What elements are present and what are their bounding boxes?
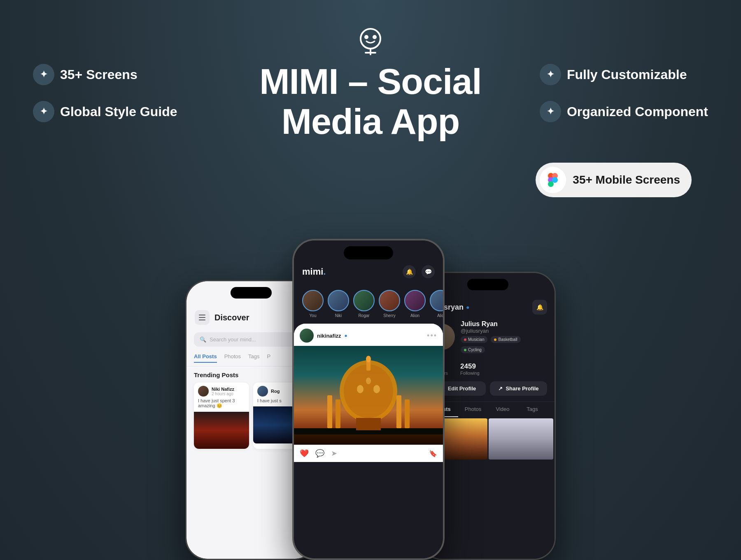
mobile-screens-label: 35+ Mobile Screens (573, 173, 680, 187)
feature-screens: ✦ 35+ Screens (33, 64, 177, 85)
dynamic-island-left (231, 287, 272, 299)
tag-musician: Musician (461, 336, 487, 343)
story-alic[interactable]: Alic (430, 290, 443, 318)
profile-handle: @juliusryan (461, 328, 547, 334)
story-name-you: You (310, 313, 317, 318)
profile-name-block: Julius Ryan @juliusryan Musician Basketb… (461, 320, 547, 353)
svg-rect-18 (356, 418, 381, 430)
hamburger-button[interactable] (195, 310, 210, 325)
feature-screens-label: 35+ Screens (60, 67, 137, 82)
story-avatar-alic (430, 290, 443, 311)
avatar (257, 386, 268, 397)
tab-all-posts[interactable]: All Posts (194, 353, 217, 363)
story-name-rogar: Rogar (358, 313, 369, 318)
share-icon[interactable]: ➤ (331, 449, 337, 458)
header-icons: 🔔 💬 (403, 265, 435, 278)
trending-posts-grid: Niki Nafizz 2 hours ago I have just spen… (194, 383, 308, 449)
post-author-row: Niki Nafizz 2 hours ago (194, 383, 249, 398)
story-niki[interactable]: Niki (328, 290, 349, 318)
story-avatar-alion (404, 290, 426, 311)
more-icon[interactable]: ••• (427, 331, 437, 340)
tag-dot-cycling (464, 349, 466, 351)
tab-tags[interactable]: Tags (248, 353, 259, 363)
feature-customizable-label: Fully Customizable (567, 67, 687, 82)
post-image (294, 346, 443, 445)
svg-rect-14 (327, 395, 332, 428)
hamburger-line (199, 317, 205, 318)
tab-more[interactable]: P (267, 353, 271, 363)
notification-button[interactable]: 🔔 (532, 300, 547, 315)
stat-following: 2459 Following (460, 362, 479, 376)
share-profile-button[interactable]: ↗ Share Profile (490, 381, 547, 396)
feature-customizable-icon: ✦ (540, 64, 561, 85)
avatar (198, 386, 209, 397)
feature-screens-icon: ✦ (33, 64, 54, 85)
tab-photos[interactable]: Photos (224, 353, 241, 363)
story-sherry[interactable]: Sherry (379, 290, 400, 318)
author-name: Niki Nafizz (212, 387, 234, 392)
svg-point-8 (548, 181, 554, 187)
feature-customizable: ✦ Fully Customizable (540, 64, 708, 85)
svg-point-19 (357, 385, 364, 393)
tab-tags-profile[interactable]: Tags (517, 402, 547, 417)
post-card: nikinafizz ● ••• (294, 324, 443, 462)
tab-photos[interactable]: Photos (458, 402, 488, 417)
story-name-alion: Alion (410, 313, 419, 318)
svg-rect-16 (396, 395, 401, 428)
svg-point-21 (366, 378, 371, 384)
story-avatar-niki (328, 290, 349, 311)
dynamic-island-center (344, 246, 393, 259)
story-avatar-rogar (353, 290, 375, 311)
search-bar[interactable]: 🔍 Search your mind... (194, 332, 308, 347)
message-icon[interactable]: 💬 (422, 265, 435, 278)
comment-icon[interactable]: 💬 (315, 449, 324, 458)
story-name-niki: Niki (335, 313, 342, 318)
phone-center: mimi. 🔔 💬 You Niki (292, 239, 445, 560)
mimi-logo-icon (354, 25, 387, 58)
story-name-alic: Alic (437, 313, 443, 318)
svg-point-13 (366, 356, 371, 362)
building-svg (315, 354, 422, 432)
feature-organized: ✦ Organized Component (540, 101, 708, 122)
feature-style-guide-icon: ✦ (33, 101, 54, 122)
hamburger-line (199, 315, 205, 315)
svg-point-1 (364, 35, 368, 39)
search-icon: 🔍 (200, 336, 206, 343)
svg-rect-15 (336, 399, 340, 428)
profile-tags: Musician Basketball Cycling (461, 336, 547, 353)
post-author-name: nikinafizz (317, 333, 341, 339)
post-avatar (300, 329, 314, 343)
list-item[interactable]: Niki Nafizz 2 hours ago I have just spen… (194, 383, 249, 449)
post-image (194, 412, 249, 449)
story-alion[interactable]: Alion (404, 290, 426, 318)
discover-title: Discover (214, 313, 249, 322)
svg-point-0 (361, 29, 380, 49)
mimi-header-row: mimi. 🔔 💬 (302, 265, 435, 278)
tab-video[interactable]: Video (488, 402, 517, 417)
grid-item[interactable] (489, 418, 554, 460)
notification-icon[interactable]: 🔔 (403, 265, 416, 278)
share-icon: ↗ (498, 385, 503, 392)
story-you[interactable]: You (302, 290, 324, 318)
post-actions: ❤️ 💬 ➤ 🔖 (294, 445, 443, 462)
feature-style-guide: ✦ Global Style Guide (33, 101, 177, 122)
hamburger-line (199, 320, 205, 320)
following-label: Following (460, 371, 479, 376)
svg-point-20 (373, 385, 380, 393)
app-name: mimi. (302, 266, 326, 277)
tag-cycling: Cycling (461, 346, 485, 353)
figma-icon (540, 167, 566, 193)
story-avatar-you (302, 290, 324, 311)
profile-verified-badge: ● (466, 304, 469, 310)
features-left: ✦ 35+ Screens ✦ Global Style Guide (33, 64, 177, 122)
bookmark-icon[interactable]: 🔖 (429, 450, 437, 457)
water-reflection (294, 434, 443, 445)
heart-icon[interactable]: ❤️ (300, 449, 309, 458)
tag-dot-basketball (494, 338, 496, 341)
story-rogar[interactable]: Rogar (353, 290, 375, 318)
following-count: 2459 (460, 362, 479, 371)
dynamic-island-right (467, 279, 508, 290)
stories-row: You Niki Rogar Sherry Alion (294, 290, 443, 324)
feature-organized-label: Organized Component (567, 104, 708, 119)
phones-container: Discover 🔍 Search your mind... All Posts… (0, 239, 741, 560)
